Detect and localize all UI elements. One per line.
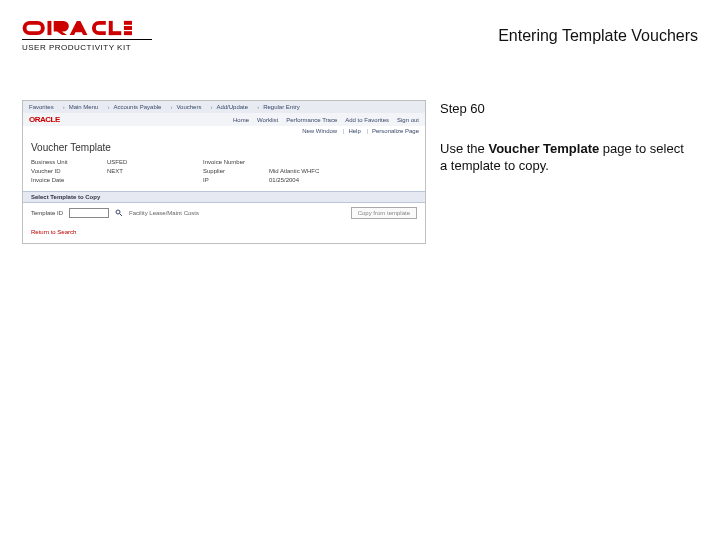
page-title: Voucher Template [23, 136, 425, 157]
svg-line-9 [120, 214, 123, 217]
content-columns: Favorites Main Menu Accounts Payable Vou… [0, 60, 720, 244]
page: USER PRODUCTIVITY KIT Entering Template … [0, 0, 720, 540]
step-instruction: Use the Voucher Template page to select … [440, 140, 690, 175]
label-supplier: Supplier [203, 168, 263, 174]
brand-block: USER PRODUCTIVITY KIT [22, 20, 152, 52]
oracle-logo [22, 20, 152, 36]
instruction-strong: Voucher Template [488, 141, 599, 156]
template-id-input[interactable] [69, 208, 109, 218]
breadcrumb-item[interactable]: Main Menu [59, 104, 99, 110]
sub-new-window[interactable]: New Window [302, 128, 337, 134]
nav-add-fav[interactable]: Add to Favorites [345, 117, 389, 123]
instruction-column: Step 60 Use the Voucher Template page to… [440, 100, 690, 244]
label-invoice-date: Invoice Date [31, 177, 101, 183]
nav-perf-trace[interactable]: Performance Trace [286, 117, 337, 123]
breadcrumb-item[interactable]: Add/Update [206, 104, 248, 110]
breadcrumb-item[interactable]: Accounts Payable [103, 104, 161, 110]
value-ip: 01/25/2004 [269, 177, 379, 183]
nav-worklist[interactable]: Worklist [257, 117, 278, 123]
copy-from-template-button[interactable]: Copy from template [351, 207, 417, 219]
svg-rect-3 [109, 31, 121, 35]
value-business-unit: USFED [107, 159, 197, 165]
value-voucher-id: NEXT [107, 168, 197, 174]
breadcrumb-item[interactable]: Favorites [29, 104, 54, 110]
svg-rect-7 [27, 25, 41, 31]
label-business-unit: Business Unit [31, 159, 101, 165]
section-select-template: Select Template to Copy [23, 191, 425, 203]
sub-personalize[interactable]: Personalize Page [362, 128, 419, 134]
select-template-row: Template ID Facility Lease/Maint Costs C… [23, 203, 425, 223]
svg-rect-6 [124, 31, 132, 35]
app-oracle-logo: ORACLE [29, 115, 60, 124]
step-label: Step 60 [440, 100, 690, 118]
nav-home[interactable]: Home [233, 117, 249, 123]
lookup-icon[interactable] [115, 209, 123, 217]
return-link[interactable]: Return to Search [23, 223, 425, 243]
sub-help[interactable]: Help [339, 128, 361, 134]
app-nav-bar: ORACLE Home Worklist Performance Trace A… [23, 113, 425, 126]
value-supplier: Mid Atlantic WHFC [269, 168, 379, 174]
app-nav-left: ORACLE [29, 115, 223, 124]
brand-divider [22, 39, 152, 40]
nav-signout[interactable]: Sign out [397, 117, 419, 123]
app-nav-right: Home Worklist Performance Trace Add to F… [233, 117, 419, 123]
label-invoice-number: Invoice Number [203, 159, 263, 165]
breadcrumb-item[interactable]: Regular Entry [253, 104, 300, 110]
template-hint: Facility Lease/Maint Costs [129, 210, 199, 216]
brand-upk-label: USER PRODUCTIVITY KIT [22, 43, 152, 52]
doc-header: USER PRODUCTIVITY KIT Entering Template … [0, 0, 720, 60]
svg-point-8 [116, 210, 120, 214]
label-template-id: Template ID [31, 210, 63, 216]
svg-rect-4 [124, 21, 132, 25]
app-sub-bar: New Window Help Personalize Page [23, 126, 425, 136]
svg-rect-5 [124, 26, 132, 30]
app-screenshot: Favorites Main Menu Accounts Payable Vou… [22, 100, 426, 244]
svg-rect-1 [47, 21, 51, 35]
label-ip: IP [203, 177, 263, 183]
instruction-pre: Use the [440, 141, 488, 156]
field-grid: Business Unit USFED Invoice Number Vouch… [23, 157, 425, 191]
label-voucher-id: Voucher ID [31, 168, 101, 174]
breadcrumb-item[interactable]: Vouchers [166, 104, 201, 110]
screenshot-column: Favorites Main Menu Accounts Payable Vou… [22, 100, 426, 244]
breadcrumb: Favorites Main Menu Accounts Payable Vou… [23, 101, 425, 113]
doc-title: Entering Template Vouchers [498, 27, 698, 45]
